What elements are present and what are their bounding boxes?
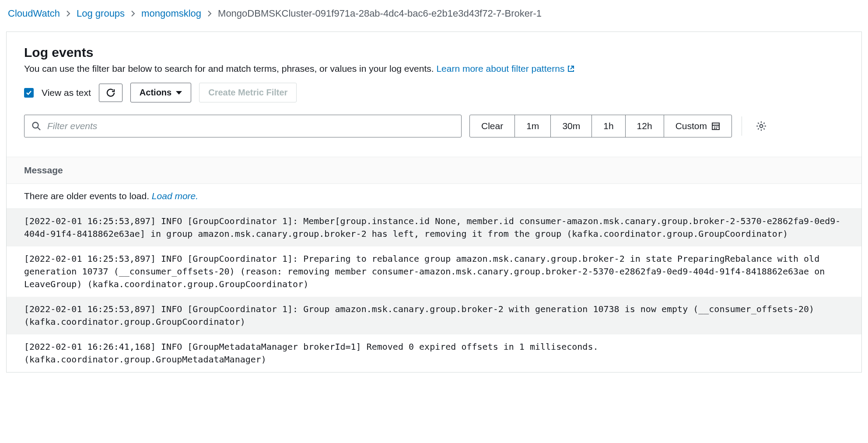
time-range-custom-label: Custom xyxy=(676,121,707,131)
view-as-text-label: View as text xyxy=(42,88,91,98)
log-events-panel: Log events You can use the filter bar be… xyxy=(6,32,862,373)
time-range-1m[interactable]: 1m xyxy=(515,115,551,137)
create-metric-filter-button[interactable]: Create Metric Filter xyxy=(199,83,297,102)
chevron-right-icon xyxy=(131,10,135,17)
filter-events-search[interactable] xyxy=(24,115,462,137)
view-as-text-checkbox[interactable] xyxy=(24,88,34,98)
time-range-clear[interactable]: Clear xyxy=(470,115,515,137)
log-event-row: [2022-02-01 16:25:53,897] INFO [GroupCoo… xyxy=(7,209,861,246)
svg-point-0 xyxy=(33,123,38,128)
page-title: Log events xyxy=(24,45,844,60)
older-events-row: There are older events to load. Load mor… xyxy=(7,184,861,209)
settings-button[interactable] xyxy=(752,115,771,137)
calendar-icon xyxy=(711,122,720,130)
external-link-icon xyxy=(567,65,575,73)
svg-point-8 xyxy=(760,125,763,128)
log-event-row: [2022-02-01 16:25:53,897] INFO [GroupCoo… xyxy=(7,297,861,334)
gear-icon xyxy=(756,120,767,132)
refresh-button[interactable] xyxy=(99,84,122,102)
breadcrumb-link-cloudwatch[interactable]: CloudWatch xyxy=(8,8,60,19)
svg-point-5 xyxy=(718,127,718,127)
filter-events-input[interactable] xyxy=(41,121,454,131)
svg-point-3 xyxy=(714,127,715,127)
caret-down-icon xyxy=(176,91,182,95)
breadcrumb-current: MongoDBMSKCluster-091f971a-28ab-4dc4-bac… xyxy=(218,8,542,19)
create-metric-filter-label: Create Metric Filter xyxy=(208,88,287,98)
time-range-1h[interactable]: 1h xyxy=(592,115,625,137)
older-events-text: There are older events to load. xyxy=(24,191,152,201)
time-range-12h[interactable]: 12h xyxy=(626,115,664,137)
time-range-custom[interactable]: Custom xyxy=(664,115,732,137)
table-column-message: Message xyxy=(7,157,861,184)
filter-row: Clear 1m 30m 1h 12h Custom xyxy=(24,115,844,137)
vertical-divider xyxy=(742,116,742,136)
toolbar: View as text Actions Create Metric Filte… xyxy=(24,83,844,102)
learn-more-label: Learn more about filter patterns xyxy=(436,63,564,74)
learn-more-link[interactable]: Learn more about filter patterns xyxy=(436,63,575,74)
chevron-right-icon xyxy=(207,10,212,17)
log-event-row: [2022-02-01 16:26:41,168] INFO [GroupMet… xyxy=(7,334,861,372)
search-icon xyxy=(32,121,41,131)
time-range-selector: Clear 1m 30m 1h 12h Custom xyxy=(469,115,732,137)
page-subtitle: You can use the filter bar below to sear… xyxy=(24,63,844,74)
log-event-row: [2022-02-01 16:25:53,897] INFO [GroupCoo… xyxy=(7,246,861,297)
svg-point-4 xyxy=(716,127,717,127)
refresh-icon xyxy=(105,88,116,98)
actions-label: Actions xyxy=(140,88,172,98)
time-range-30m[interactable]: 30m xyxy=(551,115,592,137)
breadcrumb: CloudWatch Log groups mongomsklog MongoD… xyxy=(0,0,868,27)
breadcrumb-link-mongomsklog[interactable]: mongomsklog xyxy=(141,8,201,19)
subtitle-text: You can use the filter bar below to sear… xyxy=(24,63,436,74)
breadcrumb-link-log-groups[interactable]: Log groups xyxy=(77,8,125,19)
chevron-right-icon xyxy=(66,10,70,17)
svg-point-7 xyxy=(716,128,717,129)
actions-button[interactable]: Actions xyxy=(130,83,191,102)
load-more-link[interactable]: Load more. xyxy=(152,191,198,201)
svg-point-6 xyxy=(714,128,715,129)
